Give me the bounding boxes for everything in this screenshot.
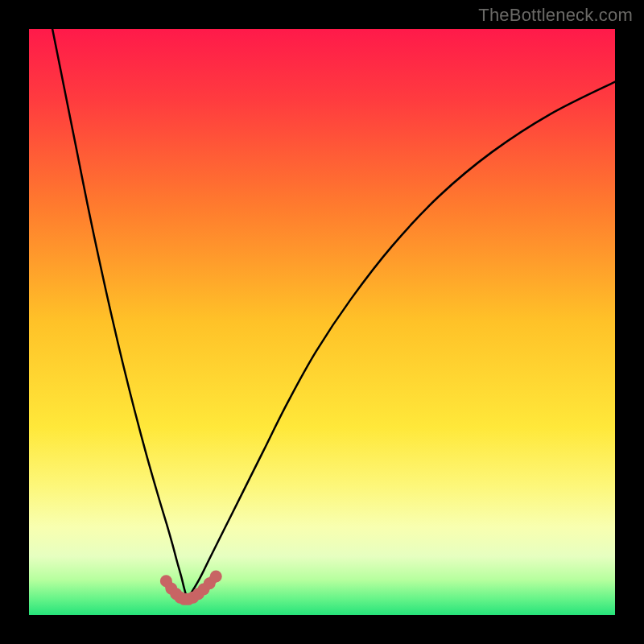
chart-svg [29,29,615,615]
right-curve [188,82,615,600]
bottom-marker-dot [210,570,222,582]
chart-frame: TheBottleneck.com [0,0,644,644]
chart-plot-area [29,29,615,615]
watermark-label: TheBottleneck.com [478,5,633,26]
left-curve [52,29,187,599]
